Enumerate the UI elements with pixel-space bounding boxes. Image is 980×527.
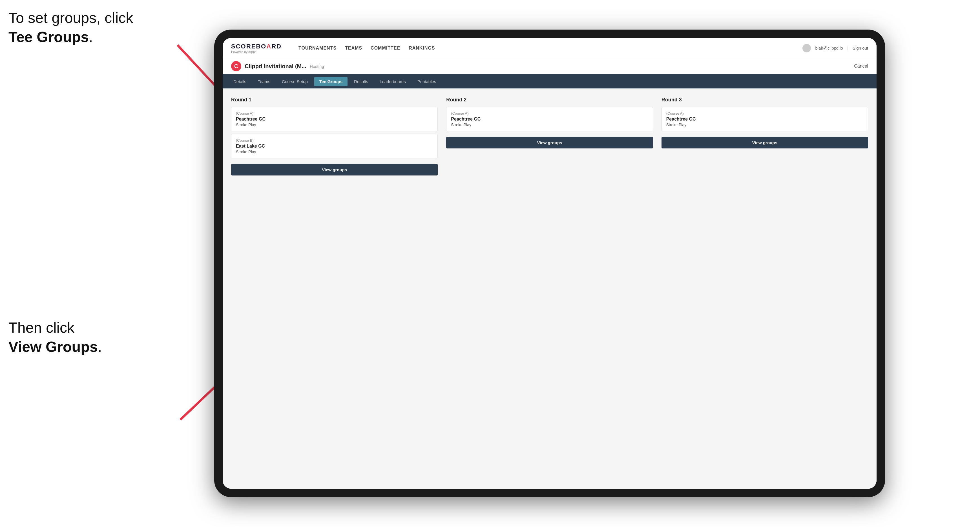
- round-1-course-a-card: (Course A) Peachtree GC Stroke Play: [231, 107, 438, 131]
- round-3-view-groups-button[interactable]: View groups: [662, 137, 868, 148]
- round-1-course-b-label: (Course B): [236, 138, 433, 143]
- instruction-top-suffix: .: [89, 29, 93, 45]
- round-2-course-a-name: Peachtree GC: [451, 117, 648, 122]
- round-2-course-a-format: Stroke Play: [451, 122, 648, 127]
- tab-course-setup[interactable]: Course Setup: [277, 77, 313, 86]
- round-3-title: Round 3: [662, 97, 868, 103]
- instruction-top-bold: Tee Groups: [8, 29, 89, 45]
- sub-header-left: C Clippd Invitational (M... Hosting: [231, 61, 324, 71]
- tab-teams[interactable]: Teams: [253, 77, 275, 86]
- logo-sub: Powered by clippit: [231, 50, 282, 54]
- nav-links: TOURNAMENTS TEAMS COMMITTEE RANKINGS: [299, 44, 791, 52]
- round-1-course-a-format: Stroke Play: [236, 122, 433, 127]
- tab-details[interactable]: Details: [228, 77, 251, 86]
- sub-header: C Clippd Invitational (M... Hosting Canc…: [223, 58, 877, 75]
- top-navigation: SCOREBOARD Powered by clippit TOURNAMENT…: [223, 38, 877, 58]
- round-3-course-a-name: Peachtree GC: [666, 117, 863, 122]
- sign-out-link[interactable]: Sign out: [853, 46, 868, 51]
- tab-results[interactable]: Results: [349, 77, 373, 86]
- hosting-badge: Hosting: [310, 64, 324, 69]
- instruction-bottom-suffix: .: [98, 338, 102, 355]
- round-1-course-a-label: (Course A): [236, 111, 433, 116]
- logo-scoreboard: SCOREBO: [231, 43, 266, 50]
- round-1-course-b-name: East Lake GC: [236, 144, 433, 149]
- round-1-course-b-format: Stroke Play: [236, 149, 433, 154]
- round-1-course-a-name: Peachtree GC: [236, 117, 433, 122]
- round-2-course-a-label: (Course A): [451, 111, 648, 116]
- sub-logo-c: C: [231, 61, 241, 71]
- round-3-course-a-format: Stroke Play: [666, 122, 863, 127]
- logo-area: SCOREBOARD Powered by clippit: [231, 43, 282, 54]
- logo-text: SCOREBOARD: [231, 43, 282, 50]
- tab-tee-groups[interactable]: Tee Groups: [314, 77, 347, 86]
- round-1-title: Round 1: [231, 97, 438, 103]
- tab-leaderboards[interactable]: Leaderboards: [375, 77, 411, 86]
- tablet-device: SCOREBOARD Powered by clippit TOURNAMENT…: [214, 30, 885, 497]
- round-3-course-a-label: (Course A): [666, 111, 863, 116]
- instruction-top-line1: To set groups, click: [8, 10, 133, 26]
- round-1-course-b-card: (Course B) East Lake GC Stroke Play: [231, 134, 438, 158]
- round-3-course-a-card: (Course A) Peachtree GC Stroke Play: [662, 107, 868, 131]
- instruction-bottom-line1: Then click: [8, 319, 75, 336]
- round-1-view-groups-button[interactable]: View groups: [231, 164, 438, 176]
- round-1-column: Round 1 (Course A) Peachtree GC Stroke P…: [231, 97, 438, 176]
- user-avatar: [802, 44, 811, 52]
- round-2-view-groups-button[interactable]: View groups: [446, 137, 653, 148]
- round-3-column: Round 3 (Course A) Peachtree GC Stroke P…: [662, 97, 868, 176]
- round-2-title: Round 2: [446, 97, 653, 103]
- tournament-name: Clippd Invitational (M...: [245, 63, 306, 70]
- nav-committee[interactable]: COMMITTEE: [371, 44, 400, 52]
- round-2-column: Round 2 (Course A) Peachtree GC Stroke P…: [446, 97, 653, 176]
- tab-printables[interactable]: Printables: [412, 77, 441, 86]
- nav-rankings[interactable]: RANKINGS: [409, 44, 435, 52]
- rounds-container: Round 1 (Course A) Peachtree GC Stroke P…: [231, 97, 868, 176]
- instruction-bottom: Then click View Groups.: [8, 318, 102, 356]
- tablet-screen: SCOREBOARD Powered by clippit TOURNAMENT…: [223, 38, 877, 489]
- user-email: blair@clippd.io: [815, 46, 843, 51]
- instruction-top: To set groups, click Tee Groups.: [8, 8, 133, 46]
- instruction-bottom-bold: View Groups: [8, 338, 98, 355]
- nav-divider: |: [847, 46, 848, 51]
- round-2-course-a-card: (Course A) Peachtree GC Stroke Play: [446, 107, 653, 131]
- tab-bar: Details Teams Course Setup Tee Groups Re…: [223, 75, 877, 89]
- logo-rd: RD: [271, 43, 282, 50]
- content-area: Round 1 (Course A) Peachtree GC Stroke P…: [223, 89, 877, 489]
- top-nav-right: blair@clippd.io | Sign out: [802, 44, 868, 52]
- cancel-button[interactable]: Cancel: [854, 63, 868, 69]
- nav-tournaments[interactable]: TOURNAMENTS: [299, 44, 337, 52]
- nav-teams[interactable]: TEAMS: [345, 44, 362, 52]
